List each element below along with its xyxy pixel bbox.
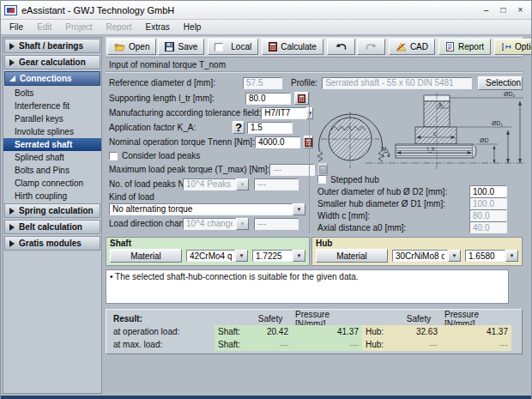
kind-of-load-row <box>106 202 309 216</box>
hub-material-field[interactable] <box>392 250 448 262</box>
svg-text:ØD₁: ØD₁ <box>492 120 504 126</box>
result-hub-label: Hub: <box>362 325 396 338</box>
load-peaks-row: No. of load peaks N_L: <box>106 177 309 191</box>
sidebar-item-clamp-connection[interactable]: Clamp connection <box>3 177 101 190</box>
svg-text:M₁: M₁ <box>382 146 389 152</box>
menu-file[interactable]: File <box>3 21 30 33</box>
load-direction-unit-field <box>183 218 236 230</box>
hub-material-number-field[interactable] <box>465 250 505 262</box>
options-button[interactable]: Options <box>494 39 532 55</box>
outer-diameter-row: Outer diameter of hub Ø D2 [mm]: <box>314 185 523 197</box>
nominal-torque-row: Nominal operation torque Tnenn [Nm]: <box>106 135 309 149</box>
open-button[interactable]: Open <box>107 39 156 55</box>
nominal-torque-label: Nominal operation torque Tnenn [Nm]: <box>109 137 255 147</box>
stepped-hub-row: Stepped hub <box>314 173 523 185</box>
hub-safety-header: Safety <box>396 312 441 325</box>
supporting-length-field[interactable] <box>245 93 291 105</box>
report-button[interactable]: Report <box>438 39 491 55</box>
sidebar-item-parallel-keys[interactable]: Parallel keys <box>3 112 101 125</box>
result-title: Result: <box>110 312 215 325</box>
sidebar-section-shaft-bearings[interactable]: Shaft / bearings <box>4 39 100 53</box>
sidebar-item-splined-shaft[interactable]: Splined shaft <box>3 151 101 164</box>
group-divider <box>106 71 523 72</box>
result-hub-label: Hub: <box>362 338 396 351</box>
consider-load-peaks-label: Consider load peaks <box>122 151 200 160</box>
sidebar-section-gratis-modules[interactable]: Gratis modules <box>4 236 100 251</box>
kind-of-load-dropdown-button[interactable] <box>293 203 305 215</box>
form-body: Supporting length l_tr [mm]: Manufacturi… <box>106 91 523 233</box>
main-panel: Open Save Local Calculate <box>104 37 529 394</box>
hub-material-dropdown-button[interactable] <box>448 250 461 262</box>
sidebar-item-bolts[interactable]: Bolts <box>3 87 101 100</box>
result-row-label: at operation load: <box>110 325 215 338</box>
shaft-material-field[interactable] <box>186 250 235 262</box>
hub-material-button[interactable]: Material <box>316 249 388 263</box>
tolerance-field[interactable] <box>261 107 306 119</box>
kind-of-load-field[interactable] <box>109 203 293 215</box>
save-button[interactable]: Save <box>158 39 204 55</box>
maximize-button[interactable]: □ <box>496 3 511 16</box>
torque-calc-button[interactable] <box>294 92 309 105</box>
window-bottom-border <box>1 396 531 399</box>
menu-extras[interactable]: Extras <box>139 21 177 33</box>
minimize-button[interactable]: – <box>479 3 493 16</box>
load-peaks-unit-field <box>183 178 236 190</box>
nominal-torque-field[interactable] <box>255 136 300 148</box>
sidebar-section-belt-calculation[interactable]: Belt calculation <box>4 220 100 234</box>
supporting-length-label: Supporting length l_tr [mm]: <box>109 94 245 103</box>
application-factor-field[interactable] <box>247 122 293 134</box>
axial-distance-label: Axial distance a0 [mm]: <box>317 223 469 233</box>
load-peaks-dropdown-button <box>236 178 249 190</box>
result-shaft-safety: --- <box>249 338 292 351</box>
shaft-material-dropdown-button[interactable] <box>235 250 248 262</box>
shaft-material-button[interactable]: Material <box>110 249 182 263</box>
consider-load-peaks-row: Consider load peaks <box>106 149 309 162</box>
group-title: Input of nominal torque T_nom <box>106 57 523 70</box>
sidebar-item-involute-splines[interactable]: Involute splines <box>3 125 101 138</box>
shaft-pressure-header: Pressure [N/mm²] <box>292 312 362 325</box>
undo-button[interactable] <box>327 39 355 55</box>
result-hub-safety: --- <box>396 338 441 351</box>
content-area: Shaft / bearings Gear calculation Connec… <box>1 35 531 396</box>
sidebar-section-spring-calculation[interactable]: Spring calculation <box>4 203 100 218</box>
sidebar-item-bolts-and-pins[interactable]: Bolts and Pins <box>3 164 101 177</box>
application-factor-help-button[interactable]: ? <box>233 121 245 134</box>
app-icon <box>4 5 17 15</box>
load-direction-value-field <box>254 218 299 230</box>
load-direction-dropdown-button <box>236 218 249 230</box>
cad-button[interactable]: CAD <box>389 39 435 55</box>
expanded-triangle-icon <box>9 76 15 82</box>
shaft-material-number-dropdown-button[interactable] <box>293 250 305 262</box>
hub-material-number-dropdown-button[interactable] <box>505 250 518 262</box>
consider-load-peaks-checkbox[interactable] <box>109 152 118 160</box>
svg-text:l_tr: l_tr <box>427 146 436 153</box>
sidebar: Shaft / bearings Gear calculation Connec… <box>3 37 102 394</box>
hub-material-panel: Hub Material <box>311 237 523 266</box>
stepped-hub-checkbox[interactable] <box>317 175 326 184</box>
hub-panel-title: Hub <box>316 239 518 249</box>
outer-diameter-field[interactable] <box>469 185 507 197</box>
local-checkbox[interactable]: Local <box>208 39 258 55</box>
sidebar-item-hirth-coupling[interactable]: Hirth coupling <box>3 190 101 203</box>
axial-distance-field <box>469 221 507 233</box>
width-c-label: Width c [mm]: <box>317 211 469 221</box>
cad-drawing-icon <box>396 42 407 51</box>
calculate-button[interactable]: Calculate <box>262 39 323 55</box>
supporting-length-row: Supporting length l_tr [mm]: <box>106 91 309 106</box>
sidebar-section-gear-calculation[interactable]: Gear calculation <box>4 55 100 70</box>
smaller-diameter-field <box>469 197 507 209</box>
close-button[interactable]: × <box>513 3 528 16</box>
sidebar-item-interference-fit[interactable]: Interference fit <box>3 100 101 112</box>
menu-project: Project <box>58 21 99 33</box>
tolerance-label: Manufacturing according tolerance field: <box>109 108 261 118</box>
tolerance-row: Manufacturing according tolerance field: <box>106 106 309 120</box>
sidebar-item-serrated-shaft[interactable]: Serrated shaft <box>3 138 101 151</box>
result-row-label: at max. load: <box>110 338 215 351</box>
result-hub-pressure: --- <box>441 338 511 351</box>
selection-button[interactable]: Selection <box>478 76 523 90</box>
sidebar-section-connections[interactable]: Connections <box>4 71 100 86</box>
load-peaks-value-field <box>254 178 299 190</box>
max-load-peak-calc-button <box>318 163 328 176</box>
menu-help[interactable]: Help <box>177 21 209 33</box>
shaft-material-number-field[interactable] <box>252 250 293 262</box>
